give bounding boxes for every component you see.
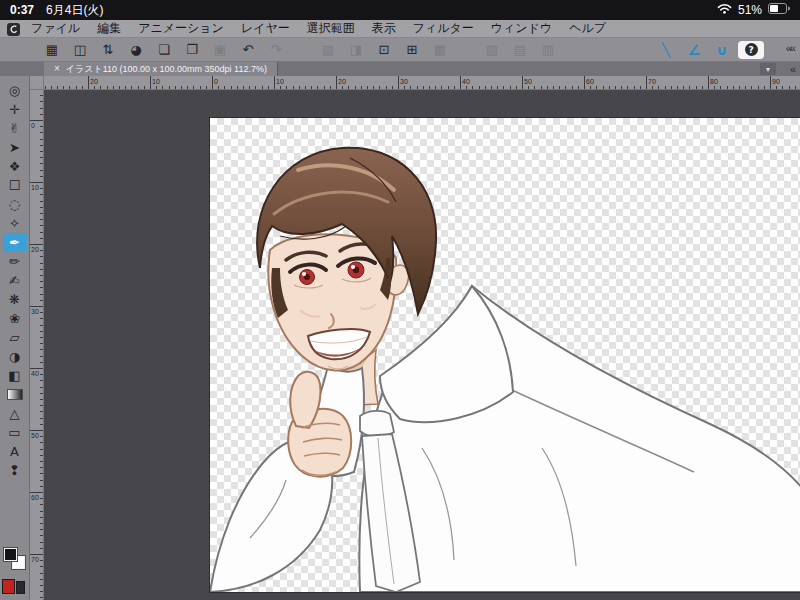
date: 6月4日(火) [46,2,103,19]
clip-studio-app-icon [7,22,20,35]
vertical-ruler: 010203040506070 [30,90,44,600]
tool-strip: ◎✛✌➤❖☐◌✧✒✏✍❋❀▱◑◧△▭A❢ [0,76,30,600]
document-tab[interactable]: × イラスト110 (100.00 x 100.00mm 350dpi 112.… [44,62,278,76]
ruler-label: 50 [31,432,39,439]
auto-select-tool[interactable]: ◌ [3,195,27,214]
fill-tool[interactable]: ◧ [3,366,27,385]
menu-window[interactable]: ウィンドウ [491,20,552,37]
ruler-label: 60 [586,78,594,85]
eyedropper-tool[interactable]: ✧ [3,214,27,233]
ruler-label: 10 [31,184,39,191]
balloon-tool[interactable]: ❢ [3,461,27,480]
decoration-tool[interactable]: ❀ [3,309,27,328]
ruler-label: 20 [31,246,39,253]
redo-button[interactable]: ↷ [264,40,288,60]
snap-grid-button[interactable]: ▦ [428,40,452,60]
hand-tool[interactable]: ✌ [3,119,27,138]
battery-icon [768,3,790,17]
pen-tool[interactable]: ✒ [3,233,27,252]
close-tab-icon[interactable]: × [54,64,60,74]
toolbar-group: ▦◫⇅◕❏❐▣↶↷ [40,40,288,60]
battery-percent: 51% [738,3,762,17]
command-toolbar: ▦◫⇅◕❏❐▣↶↷▧◨⊡⊞▦▨▤▥╲∠∪? «« [0,38,800,62]
ruler-label: 10 [152,78,160,85]
move-tool[interactable]: ✛ [3,100,27,119]
toolbar-group: ▧◨⊡⊞▦ [316,40,452,60]
ruler-label: 30 [31,308,39,315]
ruler-label: 80 [710,78,718,85]
collapse-toolbar-icon[interactable]: «« [786,42,794,54]
help-button[interactable]: ? [738,41,764,59]
pencil-tool[interactable]: ✏ [3,252,27,271]
menu-bar: ファイル編集アニメーションレイヤー選択範囲表示フィルターウィンドウヘルプ [0,20,800,38]
secondary-color-swatch[interactable] [16,581,25,594]
status-bar: 0:37 6月4日(火) 51% [0,0,800,20]
ruler-label: 30 [400,78,408,85]
ruler-label: 0 [31,122,35,129]
canvas[interactable] [210,118,800,592]
deselect-button[interactable]: ▧ [316,40,340,60]
current-color-swatch[interactable] [2,579,15,594]
new-canvas-button[interactable]: ❏ [152,40,176,60]
ruler-label: 50 [524,78,532,85]
operation-tool[interactable]: ➤ [3,138,27,157]
straight-ruler-button[interactable]: ╲ [654,40,678,60]
clip-studio-paint-app: 0:37 6月4日(火) 51% [0,0,800,600]
size-stepper[interactable]: ⇅ [96,40,120,60]
color-widget [0,546,30,598]
blend-tool[interactable]: ◑ [3,347,27,366]
undo-button[interactable]: ↶ [236,40,260,60]
toolbar-group: ╲∠∪? [654,40,764,60]
toolbar-group: ▨▤▥ [480,40,560,60]
text-tool[interactable]: A [3,442,27,461]
open-file-button[interactable]: ❐ [180,40,204,60]
transform-button[interactable]: ⊞ [400,40,424,60]
selection-tool[interactable]: ☐ [3,176,27,195]
workspace-grid-button[interactable]: ▦ [40,40,64,60]
menu-view[interactable]: 表示 [372,20,396,37]
frame-border-tool[interactable]: ▭ [3,423,27,442]
line-correction-button[interactable]: ▤ [508,40,532,60]
document-title: イラスト110 (100.00 x 100.00mm 350dpi 112.7%… [66,63,267,76]
question-mark-icon: ? [745,43,758,56]
clip-studio-logo-button[interactable]: ◕ [124,40,148,60]
menu-help[interactable]: ヘルプ [569,20,606,37]
collapse-tab-bar-icon[interactable]: « [790,63,794,75]
main-color-swatch[interactable] [4,548,17,561]
ruler-label: 60 [31,494,39,501]
curve-ruler-button[interactable]: ∪ [710,40,734,60]
menu-edit[interactable]: 編集 [97,20,121,37]
main-area: ◎✛✌➤❖☐◌✧✒✏✍❋❀▱◑◧△▭A❢ 2010010203040506070… [0,76,800,600]
workspace [44,90,800,600]
ruler-label: 40 [31,370,39,377]
menu-filter[interactable]: フィルター [413,20,474,37]
zoom-tool[interactable]: ◎ [3,81,27,100]
brush-tool[interactable]: ✍ [3,271,27,290]
gradient-chip-icon [7,389,23,400]
document-tab-bar: × イラスト110 (100.00 x 100.00mm 350dpi 112.… [0,62,800,76]
tab-list-dropdown[interactable]: ▼ [760,63,776,75]
figure-tool[interactable]: △ [3,404,27,423]
layer-move-tool[interactable]: ❖ [3,157,27,176]
gradient-tool[interactable] [3,385,27,404]
canvas-preview-button[interactable]: ◫ [68,40,92,60]
ruler-label: 70 [31,556,39,563]
menu-layer[interactable]: レイヤー [241,20,290,37]
menu-select[interactable]: 選択範囲 [307,20,355,37]
angle-ruler-button[interactable]: ∠ [682,40,706,60]
menu-animation[interactable]: アニメーション [138,20,224,37]
ruler-label: 40 [462,78,470,85]
menu-items: ファイル編集アニメーションレイヤー選択範囲表示フィルターウィンドウヘルプ [31,20,623,37]
chevron-down-icon: ▼ [765,66,772,73]
ruler-label: 20 [338,78,346,85]
wifi-icon [717,3,732,17]
save-button[interactable]: ▣ [208,40,232,60]
material-button[interactable]: ▥ [536,40,560,60]
airbrush-tool[interactable]: ❋ [3,290,27,309]
clock: 0:37 [10,3,34,17]
screentone-button[interactable]: ▨ [480,40,504,60]
eraser-tool[interactable]: ▱ [3,328,27,347]
invert-selection-button[interactable]: ◨ [344,40,368,60]
menu-file[interactable]: ファイル [31,20,80,37]
selection-launcher-button[interactable]: ⊡ [372,40,396,60]
